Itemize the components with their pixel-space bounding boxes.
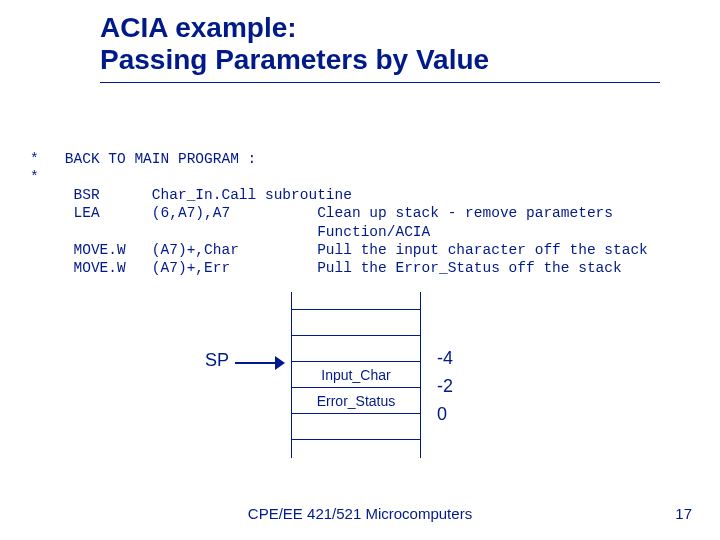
stack-cell (292, 310, 420, 336)
stack-cell (292, 336, 420, 362)
offset-column: -4 -2 0 (437, 344, 453, 428)
offset-value: -4 (437, 344, 453, 372)
stack-column: Input_Char Error_Status (291, 292, 421, 458)
title-region: ACIA example: Passing Parameters by Valu… (100, 12, 660, 91)
stack-open-top (292, 292, 420, 310)
stack-open-bottom (292, 440, 420, 458)
slide-title: ACIA example: Passing Parameters by Valu… (100, 12, 660, 76)
title-line-2: Passing Parameters by Value (100, 44, 489, 75)
offset-value: 0 (437, 400, 453, 428)
footer-text: CPE/EE 421/521 Microcomputers (0, 505, 720, 522)
offset-value: -2 (437, 372, 453, 400)
assembly-code-block: * BACK TO MAIN PROGRAM : * BSR Char_In.C… (30, 150, 648, 277)
page-number: 17 (675, 505, 692, 522)
title-underline (100, 82, 660, 83)
title-line-1: ACIA example: (100, 12, 297, 43)
sp-arrow-icon (235, 356, 285, 370)
sp-label: SP (205, 350, 229, 371)
stack-cell: Error_Status (292, 388, 420, 414)
stack-cell: Input_Char (292, 362, 420, 388)
stack-cell (292, 414, 420, 440)
